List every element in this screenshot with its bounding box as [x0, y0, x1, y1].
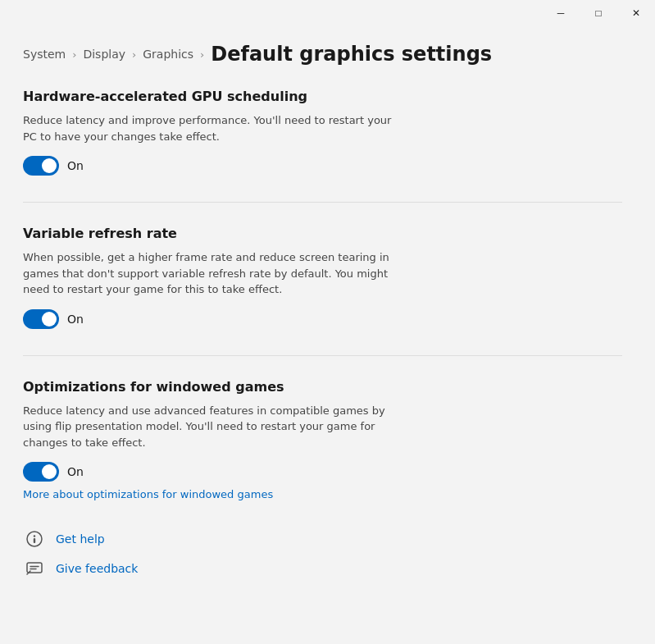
toggle-row-refresh: On [23, 309, 622, 329]
svg-rect-3 [27, 563, 42, 573]
divider-2 [23, 355, 622, 356]
maximize-button[interactable]: □ [580, 0, 617, 26]
divider-1 [23, 202, 622, 203]
toggle-row-windowed: On [23, 462, 622, 482]
get-help-item[interactable]: Get help [23, 528, 622, 550]
toggle-refresh-label: On [67, 313, 84, 326]
section-gpu-scheduling: Hardware-accelerated GPU scheduling Redu… [23, 89, 622, 176]
breadcrumb-sep-2: › [132, 48, 136, 61]
close-button[interactable]: ✕ [617, 0, 655, 26]
toggle-track-2 [23, 309, 59, 329]
help-icon [23, 528, 46, 550]
toggle-gpu-scheduling[interactable] [23, 156, 59, 176]
toggle-windowed-games[interactable] [23, 462, 59, 482]
breadcrumb-system[interactable]: System [23, 48, 66, 61]
breadcrumb-display[interactable]: Display [83, 48, 125, 61]
feedback-icon [23, 557, 46, 580]
section-variable-refresh: Variable refresh rate When possible, get… [23, 226, 622, 329]
breadcrumb-graphics[interactable]: Graphics [143, 48, 193, 61]
breadcrumb: System › Display › Graphics › Default gr… [23, 43, 622, 66]
windowed-games-link[interactable]: More about optimizations for windowed ga… [23, 488, 273, 500]
give-feedback-label: Give feedback [56, 562, 138, 575]
section-windowed-desc: Reduce latency and use advanced features… [23, 403, 400, 451]
toggle-thumb-3 [42, 464, 57, 479]
toggle-variable-refresh[interactable] [23, 309, 59, 329]
svg-point-1 [34, 535, 35, 537]
breadcrumb-sep-1: › [72, 48, 76, 61]
minimize-button[interactable]: ─ [542, 0, 580, 26]
section-windowed-games: Optimizations for windowed games Reduce … [23, 379, 622, 502]
title-bar: ─ □ ✕ [0, 0, 655, 26]
section-variable-refresh-title: Variable refresh rate [23, 226, 622, 241]
get-help-label: Get help [56, 532, 105, 546]
section-gpu-scheduling-desc: Reduce latency and improve performance. … [23, 112, 400, 144]
breadcrumb-sep-3: › [200, 48, 204, 61]
give-feedback-item[interactable]: Give feedback [23, 557, 622, 580]
toggle-row-gpu: On [23, 156, 622, 176]
page-title: Default graphics settings [211, 43, 492, 66]
toggle-track-3 [23, 462, 59, 482]
toggle-windowed-label: On [67, 465, 84, 478]
footer-links: Get help Give feedback [23, 528, 622, 580]
toggle-track [23, 156, 59, 176]
section-windowed-title: Optimizations for windowed games [23, 379, 622, 395]
toggle-thumb [42, 158, 57, 173]
toggle-thumb-2 [42, 312, 57, 327]
section-gpu-scheduling-title: Hardware-accelerated GPU scheduling [23, 89, 622, 104]
main-content: System › Display › Graphics › Default gr… [0, 26, 655, 644]
toggle-gpu-label: On [67, 159, 84, 172]
svg-rect-2 [34, 538, 35, 543]
section-variable-refresh-desc: When possible, get a higher frame rate a… [23, 249, 400, 298]
